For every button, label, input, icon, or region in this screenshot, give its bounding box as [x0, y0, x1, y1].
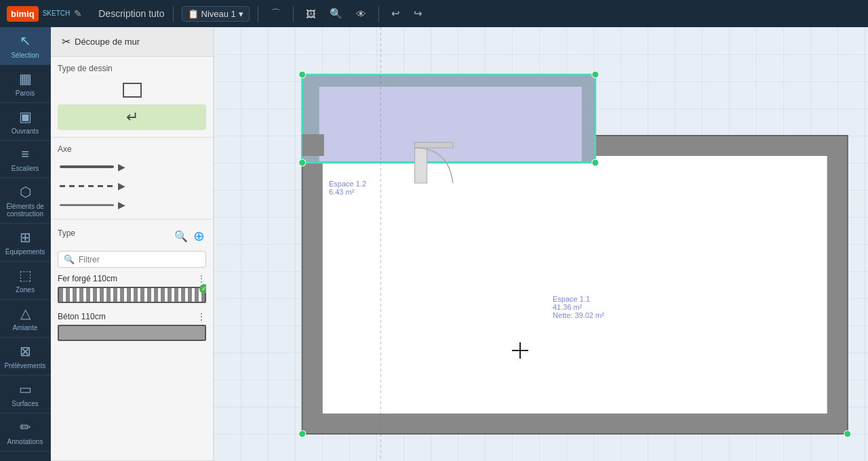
zones-icon: ⬚: [19, 267, 32, 283]
svg-point-9: [592, 159, 599, 166]
sidebar-item-prelevements-label: Prélèvements: [4, 362, 45, 369]
axis-options: ▶ ▶ ▶: [58, 159, 206, 212]
svg-point-8: [299, 159, 306, 166]
sidebar-item-selection-label: Sélection: [11, 52, 39, 59]
logo-box: bimiq: [7, 6, 39, 22]
main-layout: ↖ Sélection ▦ Parois ▣ Ouvrants ≡ Escali…: [0, 27, 868, 461]
sidebar-item-elements[interactable]: ⬡ Éléments de construction: [0, 178, 51, 224]
type-section-label: Type: [58, 228, 75, 238]
sidebar-item-parois[interactable]: ▦ Parois: [0, 65, 51, 103]
type-item-fer-more-button[interactable]: ⋮: [197, 273, 206, 284]
filter-input[interactable]: [79, 255, 200, 264]
sidebar-item-equipements-label: Équipements: [5, 248, 45, 256]
svg-rect-5: [302, 134, 324, 156]
axis-row-thin[interactable]: ▶: [58, 197, 206, 212]
sidebar-item-calques[interactable]: ⊕ Calques: [0, 452, 51, 461]
sidebar-item-amiante[interactable]: △ Amiante: [0, 300, 51, 338]
sidebar-item-prelevements[interactable]: ⊠ Prélèvements: [0, 338, 51, 376]
topbar: bimiq SKETCH ✎ Description tuto 📋 Niveau…: [0, 0, 868, 27]
type-item-beton[interactable]: Béton 110cm ⋮: [58, 311, 206, 341]
space1-label: Espace 1.1 41.36 m² Nette: 39.02 m²: [553, 295, 604, 319]
annotations-icon: ✏: [20, 419, 31, 435]
type-item-fer-name: Fer forgé 110cm: [58, 274, 117, 283]
cursor-icon: ↖: [20, 33, 31, 49]
selected-badge: ✓: [199, 284, 206, 294]
sidebar-item-zones[interactable]: ⬚ Zones: [0, 262, 51, 300]
axis-section: Axe ▶ ▶ ▶: [51, 138, 213, 220]
panel-action-bar: ✂ Découpe de mur: [51, 27, 213, 57]
sidebar-item-surfaces-label: Surfaces: [12, 400, 38, 407]
ouvrants-icon: ▣: [19, 108, 32, 125]
svg-point-6: [299, 71, 306, 78]
draw-type-angle[interactable]: ↵: [58, 104, 206, 130]
search-type-button[interactable]: 🔍: [173, 226, 189, 245]
svg-rect-3: [319, 87, 582, 161]
project-title: Description tuto: [98, 8, 164, 19]
chevron-down-icon: ▾: [239, 9, 243, 19]
prelevements-icon: ⊠: [20, 343, 31, 359]
toolbar-separator-4: [378, 5, 379, 22]
logo-subtext: SKETCH: [43, 10, 71, 17]
sidebar-item-ouvrants[interactable]: ▣ Ouvrants: [0, 103, 51, 141]
search-icon: 🔍: [64, 254, 75, 264]
svg-rect-1: [323, 156, 827, 414]
svg-point-11: [844, 430, 851, 437]
polyline-tool-button[interactable]: ⌒: [267, 5, 285, 23]
level-selector[interactable]: 📋 Niveau 1 ▾: [182, 6, 250, 22]
right-panel: ✂ Découpe de mur Type de dessin ↵ Axe: [51, 27, 214, 461]
escaliers-icon: ≡: [21, 146, 29, 162]
image-tool-button[interactable]: 🖼: [302, 5, 320, 22]
filter-search-box: 🔍: [58, 251, 206, 268]
parois-icon: ▦: [19, 71, 32, 87]
sidebar-item-parois-label: Parois: [16, 89, 35, 97]
drawing-type-section: Type de dessin ↵: [51, 57, 213, 138]
type-item-fer[interactable]: Fer forgé 110cm ⋮ ✓: [58, 273, 206, 303]
redo-button[interactable]: ↪: [410, 5, 427, 22]
canvas-area[interactable]: Espace 1.1 41.36 m² Nette: 39.02 m² Espa…: [214, 27, 868, 461]
cut-wall-button[interactable]: ✂ Découpe de mur: [58, 33, 144, 51]
sidebar-item-amiante-label: Amiante: [13, 324, 38, 332]
eye-tool-button[interactable]: 👁: [352, 5, 370, 22]
axis-row-dashed[interactable]: ▶: [58, 178, 206, 193]
draw-type-rectangle[interactable]: [58, 79, 206, 102]
sidebar-item-escaliers[interactable]: ≡ Escaliers: [0, 141, 51, 178]
axis-solid-line: [60, 165, 114, 168]
sidebar-item-zones-label: Zones: [16, 286, 35, 294]
cut-wall-label: Découpe de mur: [75, 37, 140, 47]
add-type-button[interactable]: ⊕: [192, 226, 206, 245]
sidebar: ↖ Sélection ▦ Parois ▣ Ouvrants ≡ Escali…: [0, 27, 51, 461]
type-item-beton-more-button[interactable]: ⋮: [197, 311, 206, 322]
toolbar-separator-3: [293, 5, 294, 22]
pencil-icon: ✎: [74, 8, 82, 19]
type-header: Type 🔍 ⊕: [58, 226, 206, 245]
sidebar-item-selection[interactable]: ↖ Sélection: [0, 27, 51, 65]
toolbar-separator: [173, 5, 174, 22]
axis-dashed-line: [60, 185, 114, 187]
surfaces-icon: ▭: [19, 381, 32, 397]
level-label: Niveau 1: [201, 9, 236, 19]
space2-label: Espace 1.2 6.43 m²: [329, 180, 366, 196]
calques-icon: ⊕: [20, 457, 31, 461]
axis-label: Axe: [58, 144, 206, 154]
drawing-type-options: ↵: [58, 79, 206, 130]
type-action-buttons: 🔍 ⊕: [173, 226, 206, 245]
sidebar-item-annotations-label: Annotations: [7, 438, 43, 445]
sidebar-item-surfaces[interactable]: ▭ Surfaces: [0, 376, 51, 414]
type-item-beton-name: Béton 110cm: [58, 312, 106, 321]
sidebar-item-annotations[interactable]: ✏ Annotations: [0, 414, 51, 452]
svg-point-10: [299, 430, 306, 437]
type-preview-beton: [58, 325, 206, 341]
amiante-icon: △: [20, 305, 31, 321]
sidebar-item-ouvrants-label: Ouvrants: [12, 127, 39, 135]
type-item-fer-header: Fer forgé 110cm ⋮: [58, 273, 206, 284]
type-preview-fer: ✓: [58, 287, 206, 303]
axis-row-solid[interactable]: ▶: [58, 159, 206, 174]
sidebar-item-elements-label: Éléments de construction: [3, 203, 48, 218]
sidebar-item-equipements[interactable]: ⊞ Équipements: [0, 224, 51, 262]
zoom-tool-button[interactable]: 🔍: [326, 5, 347, 22]
angle-icon: ↵: [126, 108, 138, 126]
undo-button[interactable]: ↩: [387, 5, 404, 22]
rectangle-icon: [123, 83, 142, 98]
toolbar-separator-2: [258, 5, 258, 22]
equipements-icon: ⊞: [20, 229, 31, 245]
